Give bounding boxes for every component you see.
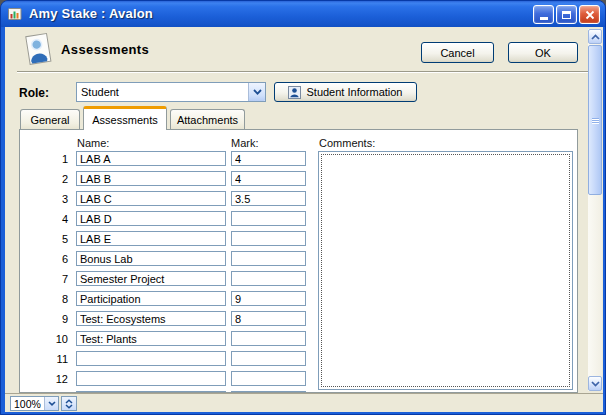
name-input[interactable] <box>76 151 226 166</box>
mark-input[interactable] <box>231 291 306 306</box>
name-input[interactable] <box>76 331 226 346</box>
thumb-grip-icon <box>592 122 599 123</box>
student-information-label: Student Information <box>306 86 402 98</box>
table-row: 6 <box>20 251 320 266</box>
mark-column-header: Mark: <box>231 137 259 149</box>
tab-assessments[interactable]: Assessments <box>83 106 167 130</box>
role-select[interactable]: Student <box>76 82 266 102</box>
mark-input[interactable] <box>231 171 306 186</box>
name-input[interactable] <box>76 231 226 246</box>
name-input[interactable] <box>76 211 226 226</box>
mark-input[interactable] <box>231 231 306 246</box>
row-number: 6 <box>20 253 68 265</box>
ok-button[interactable]: OK <box>508 42 578 63</box>
assessment-rows: 1 2 3 4 5 <box>20 151 320 393</box>
table-row: 10 <box>20 331 320 346</box>
row-number: 9 <box>20 313 68 325</box>
comments-box <box>318 151 573 390</box>
mark-input[interactable] <box>231 331 306 346</box>
row-number: 5 <box>20 233 68 245</box>
row-number: 3 <box>20 193 68 205</box>
name-input[interactable] <box>76 251 226 266</box>
role-label: Role: <box>19 86 49 100</box>
row-number: 10 <box>20 333 68 345</box>
table-row: 5 <box>20 231 320 246</box>
mark-input[interactable] <box>231 251 306 266</box>
student-information-button[interactable]: Student Information <box>274 82 417 102</box>
zoom-control[interactable]: 100% <box>10 396 59 411</box>
role-selected-value: Student <box>77 86 248 98</box>
mark-input[interactable] <box>231 191 306 206</box>
table-row: 1 <box>20 151 320 166</box>
page-title: Assessments <box>61 42 149 57</box>
header-separator <box>17 71 593 73</box>
row-number: 7 <box>20 273 68 285</box>
window-controls <box>533 5 600 24</box>
titlebar[interactable]: Amy Stake : Avalon <box>1 1 605 27</box>
zoom-stepper[interactable] <box>61 396 77 411</box>
minimize-icon <box>540 17 548 20</box>
maximize-button[interactable] <box>556 5 577 24</box>
scroll-down-button[interactable] <box>588 376 602 391</box>
table-row: 11 <box>20 351 320 366</box>
row-number: 12 <box>20 373 68 385</box>
row-number: 1 <box>20 153 68 165</box>
row-number: 8 <box>20 293 68 305</box>
table-row: 9 <box>20 311 320 326</box>
name-column-header: Name: <box>77 137 109 149</box>
maximize-icon <box>562 11 571 19</box>
mark-input[interactable] <box>231 351 306 366</box>
row-number: 2 <box>20 173 68 185</box>
table-row: 12 <box>20 371 320 386</box>
table-row: 2 <box>20 171 320 186</box>
chevron-down-icon[interactable] <box>248 83 265 101</box>
cancel-button[interactable]: Cancel <box>421 42 494 63</box>
status-bar: 100% <box>5 393 603 412</box>
table-row: 7 <box>20 271 320 286</box>
app-icon <box>7 6 23 22</box>
window-title: Amy Stake : Avalon <box>29 6 153 21</box>
table-row: 3 <box>20 191 320 206</box>
mark-input[interactable] <box>231 271 306 286</box>
assessments-panel: Name: Mark: Comments: 1 2 3 4 <box>19 129 578 393</box>
chevron-down-icon <box>65 404 73 409</box>
zoom-level: 100% <box>11 398 44 410</box>
name-input[interactable] <box>76 191 226 206</box>
thumb-grip-icon <box>592 120 599 121</box>
table-row: 8 <box>20 291 320 306</box>
vertical-scrollbar[interactable] <box>588 29 602 391</box>
zoom-menu-chevron-icon[interactable] <box>44 397 58 410</box>
minimize-button[interactable] <box>533 5 554 24</box>
chevron-up-icon <box>591 34 600 40</box>
mark-input[interactable] <box>231 211 306 226</box>
name-input[interactable] <box>76 271 226 286</box>
scrollbar-thumb[interactable] <box>588 45 602 195</box>
table-row: 4 <box>20 211 320 226</box>
close-button[interactable] <box>579 5 600 24</box>
row-number: 4 <box>20 213 68 225</box>
person-icon <box>288 86 301 99</box>
comments-textarea[interactable] <box>321 154 570 387</box>
mark-input[interactable] <box>231 151 306 166</box>
tab-attachments[interactable]: Attachments <box>170 109 245 129</box>
scroll-up-button[interactable] <box>588 29 602 44</box>
name-input[interactable] <box>76 371 226 386</box>
name-input[interactable] <box>76 311 226 326</box>
dialog-window: Amy Stake : Avalon Assessments Cancel OK… <box>0 0 606 415</box>
close-icon <box>585 10 595 20</box>
assessments-person-card-icon <box>22 32 54 68</box>
mark-input[interactable] <box>231 371 306 386</box>
name-input[interactable] <box>76 351 226 366</box>
name-input[interactable] <box>76 171 226 186</box>
mark-input[interactable] <box>231 311 306 326</box>
tab-general[interactable]: General <box>20 109 80 129</box>
thumb-grip-icon <box>592 118 599 119</box>
chevron-down-icon <box>591 381 600 387</box>
comments-label: Comments: <box>319 137 375 149</box>
name-input[interactable] <box>76 291 226 306</box>
row-number: 11 <box>20 353 68 365</box>
